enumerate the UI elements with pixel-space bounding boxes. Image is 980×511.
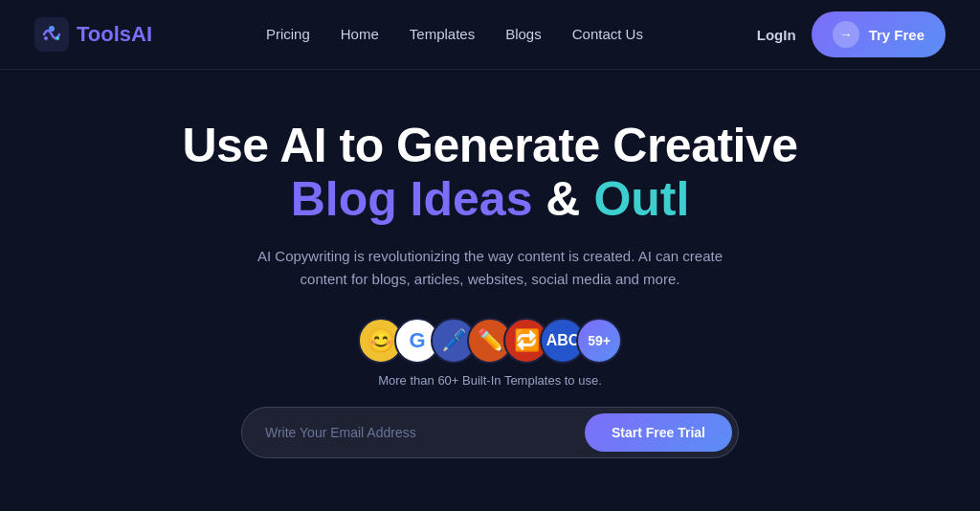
nav-item-blogs[interactable]: Blogs (505, 26, 542, 43)
nav-link-home[interactable]: Home (341, 26, 379, 42)
svg-point-2 (44, 36, 48, 40)
hero-title-teal: Outl (593, 172, 689, 226)
hero-section: Use AI to Generate Creative Blog Ideas &… (0, 70, 980, 487)
nav-item-contact[interactable]: Contact Us (572, 26, 643, 43)
hero-title-line2: Blog Ideas & Outl (291, 172, 690, 226)
arrow-circle-icon: → (833, 21, 859, 48)
try-free-label: Try Free (869, 27, 924, 43)
hero-title-line1: Use AI to Generate Creative (182, 119, 797, 172)
nav-link-blogs[interactable]: Blogs (505, 26, 542, 42)
svg-point-1 (49, 26, 55, 32)
email-cta-container: Start Free Trial (241, 407, 739, 458)
hero-title-purple: Blog Ideas (291, 172, 533, 226)
logo[interactable]: ToolsAI (34, 17, 152, 52)
hero-title: Use AI to Generate Creative Blog Ideas &… (182, 120, 797, 228)
icon-cluster: 😊 G 🖊️ ✏️ 🔁 ABC 59+ (358, 318, 622, 364)
svg-point-3 (56, 36, 59, 40)
navbar: ToolsAI Pricing Home Templates Blogs Con… (0, 0, 980, 70)
logo-text: ToolsAI (77, 22, 152, 47)
nav-links: Pricing Home Templates Blogs Contact Us (266, 26, 643, 43)
icon-cluster-label: More than 60+ Built-In Templates to use. (378, 373, 602, 388)
nav-actions: LogIn → Try Free (757, 11, 946, 57)
nav-link-pricing[interactable]: Pricing (266, 26, 310, 42)
hero-subtitle: AI Copywriting is revolutionizing the wa… (241, 245, 739, 291)
template-count-badge: 59+ (576, 318, 622, 364)
hero-title-connector: & (532, 172, 593, 226)
nav-item-templates[interactable]: Templates (410, 26, 475, 43)
logo-icon (34, 17, 69, 52)
nav-item-home[interactable]: Home (341, 26, 379, 43)
nav-link-templates[interactable]: Templates (410, 26, 475, 42)
try-free-button[interactable]: → Try Free (812, 11, 946, 57)
icon-cluster-wrapper: 😊 G 🖊️ ✏️ 🔁 ABC 59+ More than 60+ Built-… (358, 291, 622, 388)
start-trial-button[interactable]: Start Free Trial (585, 413, 732, 452)
login-button[interactable]: LogIn (757, 27, 796, 43)
nav-item-pricing[interactable]: Pricing (266, 26, 310, 43)
nav-link-contact[interactable]: Contact Us (572, 26, 643, 42)
email-input[interactable] (265, 425, 585, 440)
